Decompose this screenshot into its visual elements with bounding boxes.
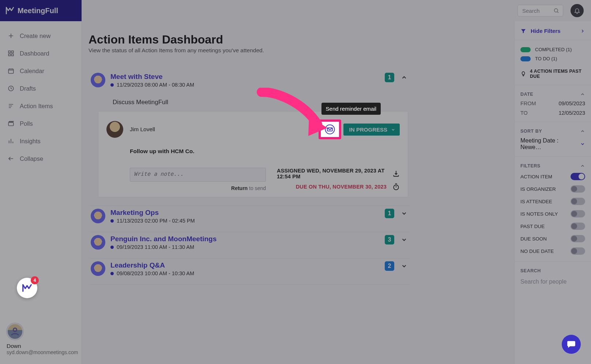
action-items-count-badge: 1 xyxy=(385,209,394,218)
nav-label: Dashboard xyxy=(20,50,49,57)
toggle-switch[interactable] xyxy=(571,223,585,230)
nav-label: Drafts xyxy=(20,85,36,92)
meeting-time: 09/08/2023 10:00 AM - 10:30 AM xyxy=(117,270,194,276)
legend-todo[interactable]: TO DO (1) xyxy=(520,56,585,61)
chevron-up-icon xyxy=(580,129,585,134)
toggle-switch[interactable] xyxy=(571,198,585,205)
search-icon xyxy=(553,8,559,14)
legend-completed[interactable]: COMPLETED (1) xyxy=(520,47,585,52)
note-input[interactable] xyxy=(130,168,266,182)
meeting-avatar xyxy=(91,261,105,276)
date-to-row[interactable]: TO12/05/2023 xyxy=(520,110,585,116)
sidebar-item-insights[interactable]: Insights xyxy=(4,133,78,149)
chevron-up-icon xyxy=(580,163,585,168)
expand-toggle[interactable] xyxy=(400,262,408,270)
global-search[interactable]: Search xyxy=(517,5,563,16)
top-header: Search xyxy=(82,0,591,21)
arrow-left-icon xyxy=(7,155,15,162)
nav-label: Collapse xyxy=(20,155,43,162)
nav-label: Calendar xyxy=(20,68,44,75)
meeting-time: 11/29/2023 08:00 AM - 08:30 AM xyxy=(117,82,194,88)
expand-toggle[interactable] xyxy=(400,209,408,217)
envelope-icon xyxy=(324,124,335,135)
download-icon[interactable] xyxy=(392,170,400,177)
hide-filters-button[interactable]: Hide Filters xyxy=(520,28,585,34)
meeting-title-link[interactable]: Meet with Steve xyxy=(110,73,380,81)
meeting-avatar xyxy=(91,73,105,87)
chevron-right-icon xyxy=(580,29,585,34)
chevron-up-icon xyxy=(401,74,407,81)
meeting-title-link[interactable]: Penguin Inc. and MoonMeetings xyxy=(110,235,380,243)
status-dropdown[interactable]: IN PROGRESS xyxy=(343,124,400,136)
sidebar-item-dashboard[interactable]: Dashboard xyxy=(4,45,78,61)
send-reminder-email-button[interactable] xyxy=(319,120,341,139)
assigned-date-text: ASSIGNED WED, NOVEMBER 29, 2023 AT 12:54… xyxy=(277,168,387,179)
chevron-up-icon xyxy=(580,92,585,97)
filters-section-header[interactable]: FILTERS xyxy=(520,163,585,168)
date-from-row[interactable]: FROM09/05/2023 xyxy=(520,101,585,106)
filter-toggle-is-attendee[interactable]: IS ATTENDEE xyxy=(520,197,585,206)
user-name: Down xyxy=(7,343,75,349)
action-items-count-badge: 3 xyxy=(385,235,394,244)
toggle-switch[interactable] xyxy=(571,247,585,255)
filter-toggle-is-notes-only[interactable]: IS NOTES ONLY xyxy=(520,209,585,218)
people-search-input[interactable]: Search for people xyxy=(520,277,585,285)
brand-name: MeetingFull xyxy=(18,7,58,15)
legend-swatch-icon xyxy=(520,56,531,61)
plus-icon xyxy=(7,32,15,39)
nav-label: Polls xyxy=(20,120,33,127)
meeting-time: 09/19/2023 11:00 AM - 11:30 AM xyxy=(117,244,194,250)
notifications-button[interactable] xyxy=(571,4,584,17)
chevron-down-icon xyxy=(401,263,407,269)
meeting-avatar xyxy=(91,235,105,250)
sort-dropdown[interactable]: Meeting Date : Newe… xyxy=(520,137,585,151)
meeting-title-link[interactable]: Marketing Ops xyxy=(110,209,380,217)
meeting-card: Penguin Inc. and MoonMeetings 09/19/2023… xyxy=(89,232,410,258)
collapse-toggle[interactable] xyxy=(400,73,408,81)
meeting-card: Leadership Q&A 09/08/2023 10:00 AM - 10:… xyxy=(89,258,410,285)
page-subtitle: View the status of all Action Items from… xyxy=(89,47,513,54)
brand-logo[interactable]: MeetingFull xyxy=(0,0,82,21)
filter-toggle-no-due-date[interactable]: NO DUE DATE xyxy=(520,247,585,255)
toggle-switch[interactable] xyxy=(571,235,585,242)
filter-toggle-is-organizer[interactable]: IS ORGANIZER xyxy=(520,185,585,193)
action-items-count-badge: 1 xyxy=(385,73,394,82)
toggle-switch[interactable] xyxy=(571,210,585,217)
filter-toggle-action-item[interactable]: ACTION ITEM xyxy=(520,172,585,181)
user-email: syd.down@moonmeetings.com xyxy=(7,349,75,355)
svg-point-7 xyxy=(13,328,16,331)
sidebar-item-create-new[interactable]: Create new xyxy=(4,28,78,44)
chat-launcher-button[interactable] xyxy=(562,335,581,354)
meeting-card: Meet with Steve 11/29/2023 08:00 AM - 08… xyxy=(89,70,410,206)
chevron-down-icon xyxy=(391,128,395,131)
expand-toggle[interactable] xyxy=(400,236,408,244)
meeting-title-link[interactable]: Leadership Q&A xyxy=(110,261,380,269)
chevron-down-icon xyxy=(580,141,585,147)
sidebar-item-calendar[interactable]: Calendar xyxy=(4,63,78,79)
status-dot-icon xyxy=(110,83,114,87)
clock-icon xyxy=(7,85,15,92)
clapboard-icon xyxy=(7,120,15,127)
filter-toggle-past-due[interactable]: PAST DUE xyxy=(520,222,585,231)
sidebar-item-collapse[interactable]: Collapse xyxy=(4,151,78,167)
nav-label: Create new xyxy=(20,33,50,39)
sidebar-item-action-items[interactable]: Action Items xyxy=(4,98,78,114)
svg-point-8 xyxy=(554,9,558,12)
nav-label: Insights xyxy=(20,138,41,145)
help-launcher-button[interactable]: 4 xyxy=(17,278,37,298)
toggle-switch[interactable] xyxy=(571,185,585,193)
toggle-switch[interactable] xyxy=(571,173,585,180)
assignee-avatar xyxy=(106,121,123,138)
filter-toggle-due-soon[interactable]: DUE SOON xyxy=(520,234,585,243)
date-section-header[interactable]: DATE xyxy=(520,92,585,97)
sidebar-item-drafts[interactable]: Drafts xyxy=(4,80,78,96)
sidebar-item-polls[interactable]: Polls xyxy=(4,115,78,132)
meeting-card: Marketing Ops 11/13/2023 02:00 PM - 02:4… xyxy=(89,206,410,232)
filters-panel: Hide Filters COMPLETED (1) TO DO (1) 4 A… xyxy=(514,21,591,364)
meeting-avatar xyxy=(91,209,105,223)
meeting-time: 11/13/2023 02:00 PM - 02:45 PM xyxy=(117,218,195,224)
svg-rect-1 xyxy=(12,51,14,53)
user-avatar[interactable] xyxy=(7,323,23,340)
stopwatch-icon[interactable] xyxy=(392,183,400,190)
sort-section-header[interactable]: SORT BY xyxy=(520,129,585,134)
